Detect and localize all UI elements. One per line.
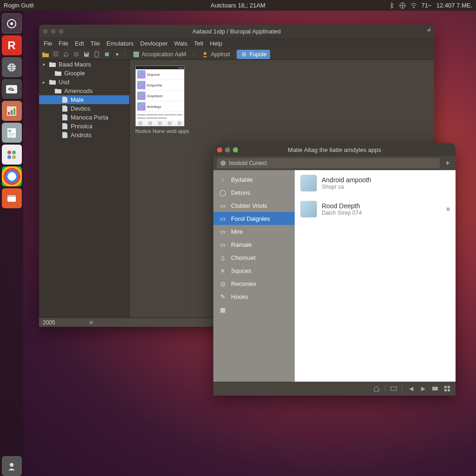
maximize-button[interactable] xyxy=(59,29,64,34)
launcher-globe[interactable] xyxy=(2,57,22,77)
category-item[interactable]: ▭Mire xyxy=(213,225,295,238)
menu-item[interactable]: Devlooper xyxy=(140,40,168,47)
file-icon xyxy=(61,124,68,129)
category-item[interactable]: ▯Chomuet xyxy=(213,251,295,264)
ubuntu-icon xyxy=(220,160,226,166)
app-item[interactable]: Rood DeepthDalch Strep 074 xyxy=(295,196,456,222)
network-icon[interactable] xyxy=(399,2,406,9)
refresh-icon[interactable] xyxy=(62,51,70,58)
app-item[interactable]: Android ampoothShopr ca xyxy=(295,170,456,196)
close-button[interactable] xyxy=(217,147,222,152)
tree-row[interactable]: ▾Baad Maors xyxy=(39,60,129,69)
menu-item[interactable]: Help xyxy=(210,40,222,47)
svg-rect-34 xyxy=(391,387,397,390)
menu-item[interactable]: Telt xyxy=(194,40,203,47)
folder-icon xyxy=(55,71,61,76)
category-item[interactable]: ≡Squces xyxy=(213,264,295,277)
launcher-chrome[interactable] xyxy=(2,166,22,186)
panel-session[interactable]: Rogin Gutil xyxy=(0,2,33,9)
category-item[interactable]: ✎Hooks xyxy=(213,290,295,303)
status-dot xyxy=(446,207,450,211)
folder-icon[interactable] xyxy=(42,51,49,58)
bluetooth-icon[interactable] xyxy=(388,2,395,9)
svg-point-18 xyxy=(12,155,16,159)
cat-icon: ≡ xyxy=(219,267,226,274)
home-icon[interactable] xyxy=(373,385,380,392)
svg-rect-28 xyxy=(133,52,139,57)
minimize-button[interactable] xyxy=(51,29,56,34)
status-close-icon[interactable]: ✕ xyxy=(89,319,93,326)
launcher-doc[interactable] xyxy=(2,123,22,143)
panel-clock[interactable]: Autctoars 18,; 21AM xyxy=(211,2,265,9)
launcher-files[interactable] xyxy=(2,79,22,99)
app-icon xyxy=(300,201,317,218)
sw-titlebar[interactable]: Matie Altag the liatte amdyles apps xyxy=(213,143,456,156)
menu-item[interactable]: Tile xyxy=(91,40,100,47)
wifi-icon[interactable] xyxy=(410,2,417,9)
target-icon[interactable] xyxy=(73,51,80,58)
cat-icon: ◎ xyxy=(219,280,226,287)
tree-row[interactable]: Devtics xyxy=(39,104,129,113)
file-icon xyxy=(61,115,68,120)
tool-icon[interactable] xyxy=(103,51,111,58)
tree-row[interactable]: Amencods xyxy=(39,86,129,95)
tb-fupole[interactable]: Fupole xyxy=(237,50,271,59)
more-icon[interactable]: ▾ xyxy=(113,51,121,58)
category-item[interactable]: ▭Forol Daignles xyxy=(213,212,295,225)
grid-icon[interactable] xyxy=(443,385,451,392)
tree-row[interactable]: Manoca Porta xyxy=(39,113,129,122)
ide-titlebar[interactable]: Aataod 1ıdp / Buropal Applinated ◢ xyxy=(39,25,434,38)
device-icon[interactable] xyxy=(93,51,100,58)
tb-application[interactable]: Accopication AaM xyxy=(129,50,190,59)
tree-row[interactable]: Androts xyxy=(39,131,129,139)
person-icon xyxy=(201,51,209,58)
category-item[interactable]: ▦ xyxy=(213,303,295,316)
tree-row[interactable]: Gioople xyxy=(39,69,129,78)
launcher-r-app[interactable]: R xyxy=(2,35,22,55)
cat-icon: ✎ xyxy=(219,293,226,300)
rect-icon[interactable] xyxy=(390,385,397,392)
app-icon xyxy=(132,51,140,58)
menu-item[interactable]: Wals xyxy=(174,40,187,47)
category-item[interactable]: ◎Reconies xyxy=(213,277,295,290)
cat-icon: ▭ xyxy=(219,241,226,248)
app-icon xyxy=(300,175,317,192)
menu-item[interactable]: Edt xyxy=(75,40,84,47)
svg-rect-7 xyxy=(8,112,10,115)
minimize-button[interactable] xyxy=(225,147,230,152)
launcher-admin[interactable] xyxy=(2,145,22,165)
panel-indicators: 71~ 12.407 7.ME. xyxy=(388,2,476,9)
tree-row[interactable]: ▸Usd xyxy=(39,78,129,86)
category-item[interactable]: ◯Detons xyxy=(213,186,295,199)
svg-point-3 xyxy=(10,22,13,25)
tree-row[interactable]: Pnnolca xyxy=(39,122,129,131)
save-icon[interactable] xyxy=(83,51,90,58)
svg-rect-39 xyxy=(448,389,450,391)
svg-point-32 xyxy=(220,160,226,166)
close-button[interactable] xyxy=(43,29,48,34)
launcher-trash[interactable] xyxy=(2,456,22,476)
menu-item[interactable]: Fle xyxy=(44,40,52,47)
menu-item[interactable]: File xyxy=(59,40,68,47)
search-input[interactable]: hnotold Cunect xyxy=(217,158,440,168)
toolbar: ▾ Accopication AaM Applrod Fupole xyxy=(39,49,434,60)
category-item[interactable]: ↑Bydable xyxy=(213,173,295,186)
tree-row[interactable]: Male xyxy=(39,95,129,104)
add-button[interactable]: + xyxy=(443,159,452,167)
list-icon[interactable] xyxy=(52,51,60,58)
svg-rect-36 xyxy=(444,386,447,388)
device-preview[interactable]: DopoceEmporhaGoystoonActolegs ▬▬▬ ▬▬▬▬ ▬… xyxy=(135,66,185,126)
tb-applrod[interactable]: Applrod xyxy=(198,50,233,59)
launcher-office[interactable] xyxy=(2,101,22,121)
menu-item[interactable]: Emulators xyxy=(106,40,134,47)
launcher-term[interactable] xyxy=(2,188,22,208)
category-item[interactable]: ▭Ramale xyxy=(213,238,295,251)
maximize-button[interactable] xyxy=(233,147,238,152)
sw-title: Matie Altag the liatte amdyles apps xyxy=(288,146,381,153)
launcher-dash[interactable] xyxy=(2,13,22,33)
window-icon[interactable] xyxy=(431,385,439,392)
back-icon[interactable]: ◀ xyxy=(407,385,415,392)
fwd-icon[interactable]: ▶ xyxy=(419,385,427,392)
ide-title: Aataod 1ıdp / Buropal Applinated xyxy=(192,28,281,35)
category-item[interactable]: ▭Clubter Vriols xyxy=(213,199,295,212)
